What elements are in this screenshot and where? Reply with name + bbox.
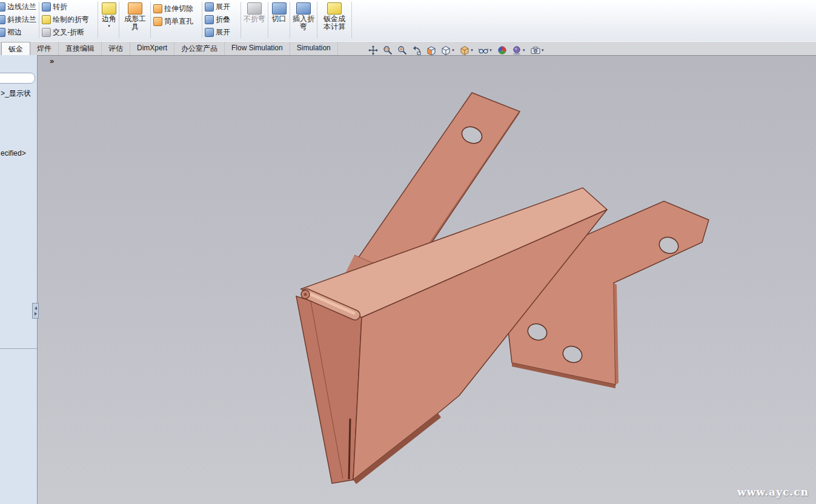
apply-scene-button[interactable]: ▼ (511, 45, 527, 56)
hide-show-items-icon (479, 45, 488, 55)
corner-icon (102, 2, 116, 15)
tab-sheet-metal[interactable]: 钣金 (1, 42, 30, 56)
part-scene (38, 55, 816, 504)
tab-dimxpert[interactable]: DimXpert (130, 42, 174, 55)
apply-scene-icon (512, 45, 522, 55)
ribbon-separator (240, 2, 241, 38)
graphics-viewport[interactable] (38, 55, 816, 504)
sheet-metal-ribbon: 边线法兰 斜接法兰 褶边 转折 绘制的折弯 交叉-折断 边角 ▼ (0, 0, 816, 42)
zoom-to-area-button[interactable] (382, 45, 394, 56)
featuremanager-item-display-states[interactable]: >_显示状 (1, 88, 31, 99)
button-label: 褶边 (7, 27, 22, 38)
sheet-metal-costing-icon (327, 2, 342, 15)
view-orientation-icon (441, 45, 451, 55)
button-label: 拉伸切除 (164, 4, 193, 14)
section-view-button[interactable] (425, 45, 437, 56)
no-bends-button[interactable]: 不折弯 (242, 1, 267, 23)
section-view-icon (426, 45, 436, 55)
featuremanager-item-configuration[interactable]: ecified> (1, 149, 26, 158)
no-bends-icon (247, 2, 262, 15)
hem-button[interactable]: 褶边 (0, 26, 36, 39)
zoom-to-fit-button[interactable] (367, 45, 379, 56)
ribbon-separator (202, 2, 202, 38)
featuremanager-expand-chevron[interactable]: » (50, 56, 54, 65)
chevron-down-icon: ▼ (522, 48, 526, 52)
heads-up-view-toolbar: ▼ ▼ ▼ ▼ ▼ (367, 45, 546, 56)
display-style-icon (460, 45, 469, 55)
edge-flange-button[interactable]: 边线法兰 (0, 1, 36, 13)
ribbon-group-cuts: 拉伸切除 简单直孔 (152, 2, 201, 28)
body-slit (349, 419, 350, 479)
insert-bends-icon (296, 2, 311, 15)
button-label: 不折弯 (242, 15, 267, 23)
ribbon-separator (119, 2, 119, 38)
jog-button[interactable]: 转折 (41, 1, 96, 13)
panel-divider (0, 348, 37, 349)
button-label: 简单直孔 (164, 16, 193, 27)
edit-appearance-icon (497, 45, 507, 55)
sheet-metal-costing-button[interactable]: 钣金成 本计算 (319, 1, 350, 31)
button-label: 绘制的折弯 (53, 15, 89, 25)
body-hem-curl-center (304, 293, 307, 296)
chevron-down-icon: ▼ (541, 48, 545, 52)
view-orientation-button[interactable]: ▼ (440, 45, 456, 56)
sketched-bend-button[interactable]: 绘制的折弯 (41, 13, 96, 26)
fold-icon (205, 15, 214, 24)
flatten-button[interactable]: 展开 (204, 26, 239, 39)
cross-break-button[interactable]: 交叉-折断 (41, 26, 96, 39)
button-label: 本计算 (319, 23, 350, 31)
simple-hole-icon (153, 17, 162, 26)
button-label: 交叉-折断 (53, 27, 84, 38)
chevron-down-icon: ▼ (99, 24, 119, 28)
tab-simulation[interactable]: Simulation (290, 42, 338, 55)
jog-icon (42, 2, 51, 12)
forming-tool-button[interactable]: 成形工 具 (121, 1, 150, 31)
chevron-down-icon: ▼ (489, 48, 493, 52)
button-label: 边角 (99, 15, 119, 23)
view-settings-button[interactable]: ▼ (529, 45, 546, 56)
hide-show-items-button[interactable]: ▼ (477, 45, 494, 56)
hem-icon (0, 28, 5, 37)
ribbon-separator (317, 2, 317, 38)
display-style-button[interactable]: ▼ (459, 45, 475, 56)
miter-flange-icon (0, 15, 5, 24)
button-label: 转折 (53, 2, 67, 12)
edge-flange-icon (0, 2, 5, 12)
simple-hole-button[interactable]: 简单直孔 (152, 15, 201, 28)
button-label: 切口 (269, 15, 289, 23)
zoom-in-out-icon (397, 45, 407, 55)
miter-flange-button[interactable]: 斜接法兰 (0, 13, 36, 26)
chevron-down-icon: ▼ (451, 48, 455, 52)
zoom-to-area-icon (383, 45, 393, 55)
tab-evaluate[interactable]: 评估 (102, 42, 130, 55)
chevron-down-icon: ▼ (470, 48, 474, 52)
button-label: 折叠 (216, 15, 230, 25)
panel-splitter[interactable] (32, 303, 39, 319)
ribbon-separator (150, 2, 151, 38)
extruded-cut-button[interactable]: 拉伸切除 (152, 2, 201, 15)
featuremanager-filter[interactable] (0, 73, 35, 84)
previous-view-button[interactable] (411, 45, 423, 56)
ribbon-group-fold: 展开 折叠 展开 (204, 1, 239, 39)
zoom-to-fit-icon (368, 45, 378, 55)
button-label: 展开 (216, 2, 230, 12)
tab-direct-editing[interactable]: 直接编辑 (59, 42, 102, 55)
tab-flow-simulation[interactable]: Flow Simulation (225, 42, 290, 55)
tab-office-products[interactable]: 办公室产品 (174, 42, 225, 55)
edit-appearance-button[interactable] (496, 45, 508, 56)
ribbon-separator (268, 2, 268, 38)
rip-button[interactable]: 切口 (269, 1, 289, 23)
button-label: 展开 (216, 27, 230, 38)
zoom-in-out-button[interactable] (396, 45, 408, 56)
extruded-cut-icon (153, 4, 162, 13)
insert-bends-button[interactable]: 插入折 弯 (291, 1, 316, 31)
cross-break-icon (42, 28, 51, 37)
button-label: 弯 (291, 23, 316, 31)
unfold-button[interactable]: 展开 (204, 1, 239, 13)
rip-icon (272, 2, 287, 15)
fold-button[interactable]: 折叠 (204, 13, 239, 26)
body-left-face[interactable] (296, 296, 362, 483)
button-label: 具 (121, 23, 150, 31)
tab-weldments[interactable]: 焊件 (30, 42, 59, 55)
corner-button[interactable]: 边角 ▼ (99, 1, 119, 28)
